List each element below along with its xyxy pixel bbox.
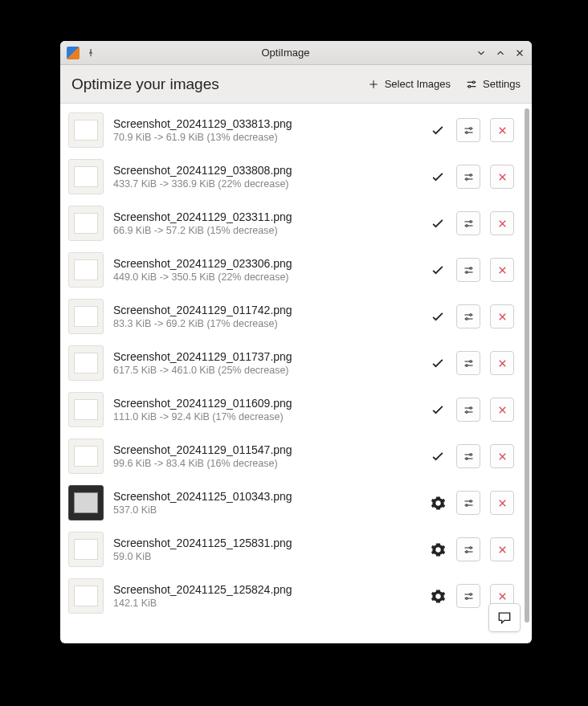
item-remove-button[interactable] — [490, 351, 514, 375]
svg-point-8 — [469, 267, 472, 269]
close-icon — [496, 171, 508, 183]
item-info: Screenshot_20241129_033808.png433.7 KiB … — [113, 164, 419, 190]
close-icon — [496, 124, 508, 137]
close-icon — [496, 590, 508, 602]
list-item: Screenshot_20241129_011742.png83.3 KiB -… — [60, 293, 522, 340]
svg-point-9 — [465, 271, 468, 273]
list-item: Screenshot_20241129_011609.png111.0 KiB … — [60, 386, 522, 433]
pin-icon[interactable] — [86, 48, 96, 58]
svg-point-19 — [465, 504, 468, 506]
sliders-icon — [463, 124, 475, 137]
close-icon — [496, 311, 508, 323]
list-item: Screenshot_20241129_023311.png66.9 KiB -… — [60, 200, 522, 247]
window-title: OptiImage — [102, 47, 469, 59]
item-info: Screenshot_20241125_125824.png142.1 KiB — [113, 583, 419, 609]
item-options-button[interactable] — [456, 398, 480, 422]
status-done-icon — [429, 447, 447, 465]
file-meta: 83.3 KiB -> 69.2 KiB (17% decrease) — [113, 318, 419, 329]
app-icon — [67, 47, 80, 59]
svg-point-23 — [465, 597, 468, 599]
sliders-icon — [463, 311, 475, 323]
svg-point-12 — [469, 360, 472, 362]
file-meta: 111.0 KiB -> 92.4 KiB (17% decrease) — [113, 411, 419, 422]
sliders-icon — [463, 404, 475, 416]
item-remove-button[interactable] — [490, 258, 514, 282]
item-info: Screenshot_20241129_011609.png111.0 KiB … — [113, 397, 419, 422]
sliders-icon — [463, 357, 475, 369]
file-meta: 59.0 KiB — [113, 551, 419, 562]
close-button[interactable] — [514, 47, 525, 59]
item-remove-button[interactable] — [490, 118, 514, 142]
item-info: Screenshot_20241129_023311.png66.9 KiB -… — [113, 210, 419, 236]
maximize-button[interactable] — [495, 47, 506, 59]
svg-point-0 — [472, 81, 475, 84]
svg-point-6 — [469, 220, 472, 222]
item-remove-button[interactable] — [490, 398, 514, 422]
status-done-icon — [429, 261, 447, 279]
item-info: Screenshot_20241129_011737.png617.5 KiB … — [113, 350, 419, 376]
item-remove-button[interactable] — [490, 537, 514, 561]
status-pending-icon — [429, 587, 447, 605]
file-meta: 99.6 KiB -> 83.4 KiB (16% decrease) — [113, 458, 419, 469]
list-item: Screenshot_20241129_023306.png449.0 KiB … — [60, 247, 522, 293]
item-options-button[interactable] — [456, 118, 480, 142]
app-window: OptiImage Optimize your images Select Im… — [60, 41, 532, 643]
messages-button[interactable] — [488, 603, 521, 632]
item-remove-button[interactable] — [490, 491, 514, 515]
svg-point-10 — [469, 313, 472, 316]
item-options-button[interactable] — [456, 537, 480, 561]
svg-point-1 — [468, 85, 471, 88]
list-item: Screenshot_20241129_033813.png70.9 KiB -… — [60, 107, 522, 153]
close-icon — [496, 404, 508, 416]
plus-icon — [367, 78, 380, 91]
sliders-icon — [463, 171, 475, 183]
list-item: Screenshot_20241125_125824.png142.1 KiB — [60, 573, 522, 619]
item-options-button[interactable] — [456, 165, 480, 189]
item-options-button[interactable] — [456, 258, 480, 282]
item-remove-button[interactable] — [490, 211, 514, 235]
titlebar: OptiImage — [60, 41, 532, 65]
settings-label: Settings — [483, 78, 521, 90]
file-meta: 433.7 KiB -> 336.9 KiB (22% decrease) — [113, 178, 419, 190]
item-options-button[interactable] — [456, 584, 480, 608]
scrollbar-thumb[interactable] — [525, 108, 529, 622]
file-meta: 617.5 KiB -> 461.0 KiB (25% decrease) — [113, 365, 419, 376]
thumbnail — [68, 159, 104, 194]
sliders-icon — [463, 544, 475, 556]
status-pending-icon — [429, 541, 447, 558]
file-name: Screenshot_20241129_033813.png — [113, 117, 419, 130]
file-name: Screenshot_20241129_033808.png — [113, 164, 419, 177]
scrollbar[interactable] — [522, 104, 532, 643]
image-list[interactable]: Screenshot_20241129_033813.png70.9 KiB -… — [60, 104, 522, 643]
list-item: Screenshot_20241129_011737.png617.5 KiB … — [60, 340, 522, 386]
close-icon — [496, 497, 508, 509]
item-options-button[interactable] — [456, 444, 480, 468]
sliders-icon — [463, 497, 475, 509]
svg-point-20 — [469, 546, 472, 549]
item-remove-button[interactable] — [490, 304, 514, 329]
minimize-button[interactable] — [476, 47, 487, 59]
close-icon — [496, 264, 508, 276]
file-meta: 142.1 KiB — [113, 598, 419, 609]
item-info: Screenshot_20241125_010343.png537.0 KiB — [113, 490, 419, 516]
item-options-button[interactable] — [456, 351, 480, 375]
item-options-button[interactable] — [456, 491, 480, 515]
file-name: Screenshot_20241125_010343.png — [113, 490, 419, 503]
select-images-button[interactable]: Select Images — [367, 78, 451, 91]
item-options-button[interactable] — [456, 304, 480, 329]
svg-point-17 — [465, 457, 468, 459]
svg-point-13 — [465, 364, 468, 366]
content-area: Screenshot_20241129_033813.png70.9 KiB -… — [60, 104, 532, 643]
file-meta: 449.0 KiB -> 350.5 KiB (22% decrease) — [113, 271, 419, 283]
file-name: Screenshot_20241125_125824.png — [113, 583, 419, 596]
close-icon — [496, 451, 508, 463]
svg-point-16 — [469, 453, 472, 455]
toolbar: Optimize your images Select Images Setti… — [60, 65, 532, 104]
status-done-icon — [429, 354, 447, 372]
file-name: Screenshot_20241129_011742.png — [113, 304, 419, 316]
item-remove-button[interactable] — [490, 165, 514, 189]
sliders-icon — [463, 218, 475, 230]
settings-button[interactable]: Settings — [465, 78, 521, 91]
item-options-button[interactable] — [456, 211, 480, 235]
item-remove-button[interactable] — [490, 444, 514, 468]
